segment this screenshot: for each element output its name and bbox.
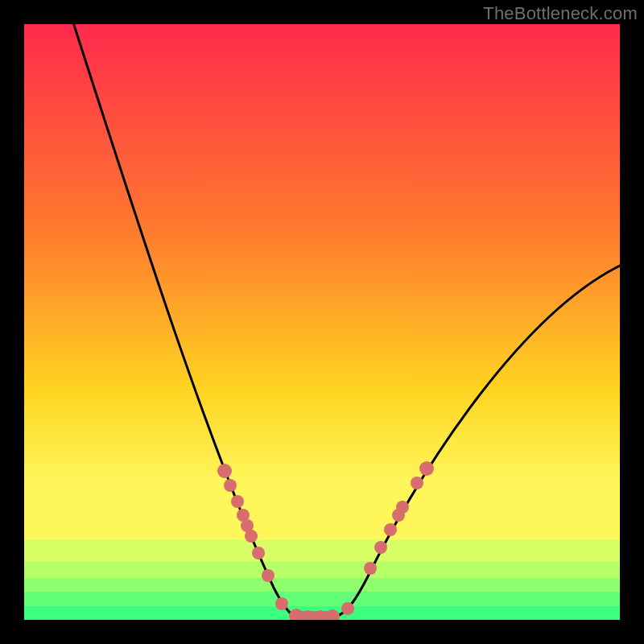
plot-area	[24, 24, 620, 620]
data-dot	[384, 523, 397, 536]
app-frame: TheBottleneck.com	[0, 0, 644, 644]
watermark-text: TheBottleneck.com	[483, 3, 638, 24]
data-dot	[396, 501, 409, 514]
data-dot	[275, 597, 288, 610]
bottleneck-curve	[72, 24, 620, 617]
curve-left-branch	[72, 24, 298, 617]
data-dot	[411, 477, 423, 489]
data-dot	[364, 562, 377, 575]
chart-svg	[24, 24, 620, 620]
data-dot	[231, 495, 244, 508]
data-dot	[341, 602, 354, 615]
data-dot	[252, 547, 265, 559]
data-dot	[325, 609, 340, 620]
data-dot	[262, 569, 275, 582]
data-dot	[217, 464, 232, 478]
data-dot	[419, 461, 434, 476]
data-dots	[217, 461, 434, 620]
data-dot	[224, 479, 237, 492]
data-dot	[374, 541, 387, 554]
data-dot	[245, 530, 258, 543]
